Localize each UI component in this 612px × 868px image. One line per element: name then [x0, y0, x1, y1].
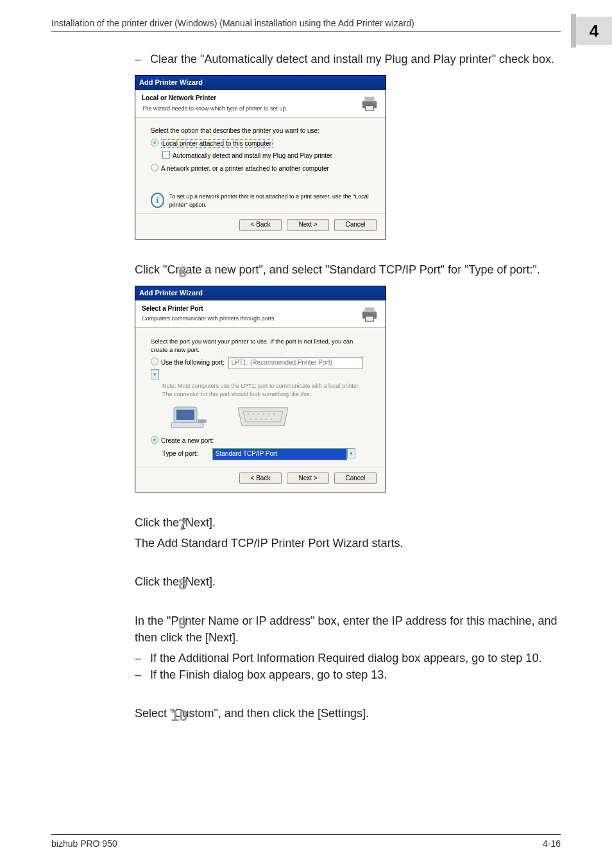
svg-rect-2: [365, 106, 373, 111]
svg-point-22: [271, 419, 272, 420]
svg-point-19: [255, 419, 257, 420]
next-button[interactable]: Next >: [287, 219, 329, 231]
svg-point-15: [263, 413, 264, 415]
footer-product: bizhub PRO 950: [51, 838, 117, 849]
dialog1-prompt: Select the option that describes the pri…: [151, 126, 370, 136]
step7-text2: The Add Standard TCP/IP Printer Port Wiz…: [135, 535, 561, 551]
checkbox-auto-label: Automatically detect and install my Plug…: [173, 152, 332, 159]
port-select-disabled: LPT1: (Recommended Printer Port): [228, 357, 363, 369]
svg-point-12: [248, 413, 249, 415]
step10-number: 10: [171, 705, 188, 727]
step9-dash2: – If the Finish dialog box appears, go t…: [135, 666, 561, 683]
dialog-select-printer-port: Add Printer Wizard Select a Printer Port…: [135, 286, 386, 493]
svg-point-20: [260, 419, 262, 420]
svg-rect-5: [365, 307, 375, 312]
port-connector-illustration: [170, 404, 370, 430]
radio-selected-icon: [151, 436, 158, 444]
radio-selected-icon: [151, 139, 158, 146]
svg-point-17: [273, 413, 275, 415]
svg-point-14: [258, 413, 259, 415]
option-network-printer[interactable]: A network printer, or a printer attached…: [151, 164, 370, 174]
printer-icon: [360, 94, 379, 113]
radio-icon: [151, 358, 158, 365]
dialog-local-or-network: Add Printer Wizard Local or Network Prin…: [135, 75, 386, 239]
svg-point-16: [268, 413, 269, 415]
svg-rect-1: [365, 97, 375, 102]
chevron-down-icon[interactable]: ▾: [347, 448, 355, 458]
checkbox-auto-detect[interactable]: Automatically detect and install my Plug…: [151, 151, 370, 161]
step6-number: 6: [178, 261, 187, 284]
dialog1-info-note: i To set up a network printer that is no…: [151, 193, 370, 209]
svg-point-21: [266, 419, 267, 420]
footer-page: 4-16: [543, 838, 561, 849]
dialog2-titlebar: Add Printer Wizard: [135, 286, 386, 300]
step9-dash2-text: If the Finish dialog box appears, go to …: [150, 666, 387, 683]
dash-icon: –: [135, 51, 150, 67]
dash-icon: –: [135, 666, 150, 683]
type-of-port-select[interactable]: Standard TCP/IP Port: [212, 448, 347, 460]
dialog2-heading: Select a Printer Port: [142, 304, 276, 314]
printer-icon: [360, 304, 379, 324]
step8-text: Click the [Next].: [135, 573, 561, 590]
step5-bullet-text: Clear the "Automatically detect and inst…: [150, 51, 554, 67]
radio-icon: [151, 164, 158, 171]
type-of-port-label: Type of port:: [162, 450, 198, 457]
option-use-label: Use the following port:: [161, 359, 225, 366]
svg-point-13: [253, 413, 254, 415]
dialog1-titlebar: Add Printer Wizard: [135, 76, 386, 90]
chapter-number-badge: 4: [576, 17, 612, 45]
dialog1-heading: Local or Network Printer: [142, 94, 287, 103]
step9-number: 9: [178, 612, 187, 635]
cancel-button[interactable]: Cancel: [334, 219, 377, 231]
dialog1-info-text: To set up a network printer that is not …: [169, 193, 370, 209]
svg-point-3: [373, 102, 375, 104]
info-icon: i: [151, 193, 164, 208]
svg-rect-9: [176, 410, 194, 420]
step9-dash1: – If the Additional Port Information Req…: [135, 650, 561, 666]
back-button[interactable]: < Back: [239, 219, 282, 231]
dash-icon: –: [135, 650, 150, 666]
computer-icon: [170, 404, 208, 429]
svg-point-18: [250, 419, 251, 420]
option-network-label: A network printer, or a printer attached…: [161, 165, 329, 172]
option-create-new-port[interactable]: Create a new port:: [151, 436, 370, 446]
dialog2-note: Note: Most computers use the LPT1: port …: [151, 382, 370, 399]
svg-rect-10: [171, 422, 203, 428]
option-create-label: Create a new port:: [161, 437, 214, 444]
dialog2-subheading: Computers communicate with printers thro…: [142, 315, 276, 323]
step7-number: 7: [178, 514, 187, 537]
option-local-printer[interactable]: Local printer attached to this computer: [151, 139, 370, 149]
option-use-following-port[interactable]: Use the following port: LPT1: (Recommend…: [151, 357, 370, 379]
parallel-port-icon: [234, 404, 292, 430]
next-button[interactable]: Next >: [287, 473, 329, 485]
checkbox-icon: [162, 151, 170, 159]
step5-bullet: – Clear the "Automatically detect and in…: [135, 51, 561, 67]
back-button[interactable]: < Back: [239, 473, 282, 485]
step6-text: Click "Create a new port", and select "S…: [135, 261, 561, 278]
cancel-button[interactable]: Cancel: [334, 473, 377, 485]
step9-text: In the "Printer Name or IP address" box,…: [135, 612, 561, 646]
step9-dash1-text: If the Additional Port Information Requi…: [150, 650, 541, 666]
svg-rect-11: [198, 420, 206, 422]
step7-text1: Click the [Next].: [135, 514, 561, 531]
chevron-down-icon: ▾: [151, 369, 159, 379]
svg-rect-6: [365, 316, 373, 321]
step8-number: 8: [178, 573, 187, 596]
svg-point-7: [373, 312, 375, 314]
dialog2-prompt: Select the port you want your printer to…: [151, 337, 370, 355]
header-section-title: Installation of the printer driver (Wind…: [51, 18, 414, 28]
option-local-label: Local printer attached to this computer: [161, 139, 273, 148]
dialog1-subheading: The wizard needs to know which type of p…: [142, 105, 287, 113]
step10-text: Select "Custom", and then click the [Set…: [135, 705, 561, 722]
